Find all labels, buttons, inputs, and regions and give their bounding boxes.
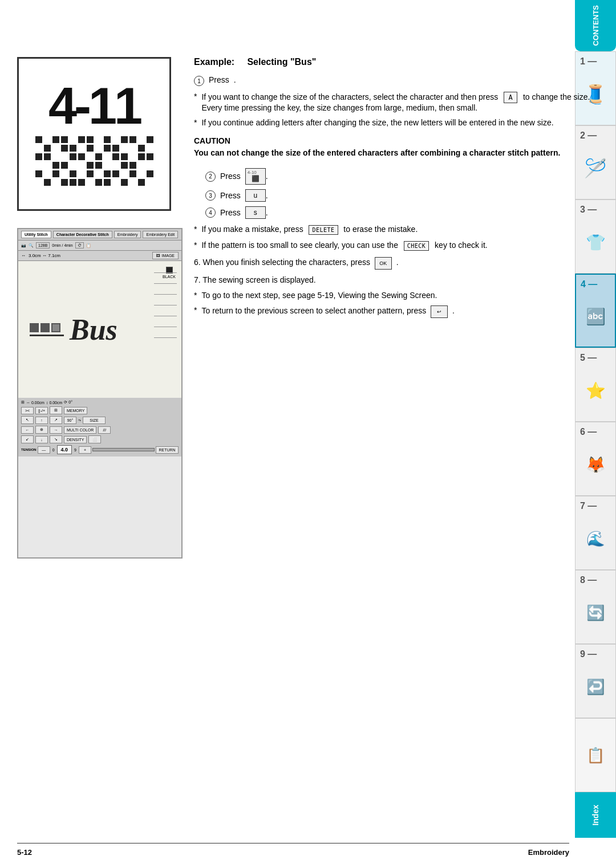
bullet-2-star: * xyxy=(194,118,197,127)
ctrl-row-4: ↙ ↓ ↘ DENSITY ⬜ xyxy=(21,435,179,443)
nav-tab-notes[interactable]: 📋 xyxy=(575,718,616,792)
embroidery-tab[interactable]: Embroidery xyxy=(114,231,141,238)
tab-7-icon: 🌊 xyxy=(586,530,605,548)
tension-value: 4.0 xyxy=(57,445,72,454)
pattern-number: 4-11 xyxy=(48,80,140,132)
screen-icon-2: 🔍 xyxy=(29,243,34,248)
bullet-1-star: * xyxy=(194,92,197,101)
frame-btn[interactable]: ⬜ xyxy=(88,435,101,443)
tab-8-icon: 🔄 xyxy=(586,604,605,622)
notes-icon: 📋 xyxy=(586,747,605,764)
cursor-ur[interactable]: ↗ xyxy=(50,416,62,424)
machine-screen: Utility Stitch Character Decorative Stit… xyxy=(17,228,183,559)
step-7-text: 7. The sewing screen is displayed. xyxy=(194,275,316,284)
angle-display: ⟳ 0° xyxy=(64,400,72,405)
bullet-4-text: If the pattern is too small to see clear… xyxy=(201,241,487,251)
nav-tab-5[interactable]: 5 — ⭐ xyxy=(575,348,616,422)
bullet-2: * If you continue adding letters after c… xyxy=(194,118,610,127)
tension-max: 9 xyxy=(73,448,78,452)
example-label: Example: xyxy=(194,57,234,67)
cursor-dl[interactable]: ↙ xyxy=(21,435,34,443)
tab-9-number: 9 — xyxy=(580,649,597,659)
utility-stitch-tab[interactable]: Utility Stitch xyxy=(21,231,51,238)
size-arrows-icon: ↔ xyxy=(21,253,26,258)
nav-tab-8[interactable]: 8 — 🔄 xyxy=(575,570,616,644)
cursor-right[interactable]: → xyxy=(50,426,62,434)
embroidery-edit-tab[interactable]: Embroidery Edit xyxy=(143,231,178,238)
step-4-key: s xyxy=(245,206,266,219)
bullet-2-text: If you continue adding letters after cha… xyxy=(201,118,553,127)
nav-tab-6[interactable]: 6 — 🦊 xyxy=(575,422,616,496)
count-display: 128B xyxy=(36,242,50,248)
stitch-btn[interactable]: ⊞ xyxy=(50,406,62,414)
nav-tab-contents[interactable]: CONTENTS xyxy=(575,0,616,51)
alignment-dots xyxy=(30,323,64,336)
step-6: 6. When you finish selecting the charact… xyxy=(194,256,610,270)
cursor-down[interactable]: ↓ xyxy=(35,436,48,443)
scale-btn[interactable]: ⊕ xyxy=(35,426,48,434)
index-label: Index xyxy=(591,805,600,826)
tension-title: TENSION xyxy=(21,448,37,451)
minus-plus-btn[interactable]: ||-/+ xyxy=(35,407,48,414)
cursor-up[interactable]: ↑ xyxy=(35,417,48,424)
step-2-end: . xyxy=(266,172,268,181)
step-3: 3 Press u . xyxy=(205,189,610,202)
step-7: 7. The sewing screen is displayed. xyxy=(194,274,610,286)
tension-row: TENSION — 0 4.0 9 + RETURN xyxy=(21,445,179,454)
char-decorative-tab[interactable]: Character Decorative Stitch xyxy=(53,231,112,238)
bullet-5-text: To go to the next step, see page 5-19, V… xyxy=(201,291,437,300)
tension-minus-btn[interactable]: — xyxy=(38,446,50,454)
tab-8-number: 8 — xyxy=(580,575,597,585)
bullet-1: * If you want to change the size of the … xyxy=(194,92,610,112)
step-3-circle: 3 xyxy=(205,190,216,201)
size-ctrl-btn[interactable]: >< xyxy=(21,407,34,414)
cursor-left[interactable]: ← xyxy=(21,426,34,434)
bullet-6-key: ↩ xyxy=(431,305,448,318)
memory-btn[interactable]: MEMORY xyxy=(64,407,87,414)
step-1-label: Press xyxy=(209,75,229,84)
image-button[interactable]: 🖼 IMAGE xyxy=(152,252,179,259)
bullet-5: * To go to the next step, see page 5-19,… xyxy=(194,291,610,300)
footer-section-name: Embroidery xyxy=(528,848,569,857)
screen-time-display: 0min / 4min xyxy=(52,243,72,247)
delete-key: DELETE xyxy=(309,225,338,235)
size-btn[interactable]: SIZE xyxy=(83,417,106,424)
step-4-end: . xyxy=(266,208,268,217)
rotate-btn[interactable]: 90° xyxy=(64,417,76,424)
cursor-dr[interactable]: ↘ xyxy=(50,435,62,443)
step-4: 4 Press s . xyxy=(205,206,610,219)
angle-icon: ↷ xyxy=(78,418,81,422)
bullet-4-star: * xyxy=(194,241,197,250)
density-btn[interactable]: DENSITY xyxy=(64,436,87,443)
step-2-circle: 2 xyxy=(205,172,216,182)
multi-color-btn[interactable]: MULTI COLOR xyxy=(64,426,96,434)
return-btn[interactable]: RETURN xyxy=(156,446,179,454)
cursor-ul[interactable]: ↖ xyxy=(21,416,34,424)
footer-page-number: 5-12 xyxy=(17,848,32,857)
tab-5-number: 5 — xyxy=(580,353,597,363)
screen-main-display: Bus BLACK xyxy=(18,261,181,398)
pattern-icon-btn[interactable]: /// xyxy=(98,426,111,434)
example-subtitle-post: " xyxy=(312,57,317,67)
ctrl-row-2: ↖ ↑ ↗ 90° ↷ SIZE xyxy=(21,416,179,424)
nav-tab-index[interactable]: Index xyxy=(575,792,616,838)
bullet-6-star: * xyxy=(194,305,197,315)
nav-tab-7[interactable]: 7 — 🌊 xyxy=(575,496,616,570)
step-3-label: Press xyxy=(220,191,241,200)
tension-plus-btn[interactable]: + xyxy=(79,446,91,454)
bullet-1-text: If you want to change the size of the ch… xyxy=(201,92,610,112)
screen-timer: ⏱ xyxy=(75,242,84,248)
pattern-number-display: 4-11 xyxy=(19,59,169,209)
screen-bottom-controls: ⊞ ↔ 0.00cm ↕ 0.00cm ⟳ 0° >< ||-/+ ⊞ MEMO… xyxy=(18,398,181,457)
tab-9-icon: ↩️ xyxy=(586,678,605,696)
pattern-display: 4-11 xyxy=(17,57,171,211)
caution-text: You can not change the size of the enter… xyxy=(194,148,610,159)
image-icon: 🖼 xyxy=(156,254,160,258)
size-key-inline: A xyxy=(504,92,517,103)
nav-tab-9[interactable]: 9 — ↩️ xyxy=(575,644,616,718)
tension-slider[interactable] xyxy=(92,448,155,451)
ctrl-row-1: >< ||-/+ ⊞ MEMORY xyxy=(21,406,179,414)
step-2-label: Press xyxy=(220,172,241,181)
size-indicator: ↔ 3.0cm ↔ 7.1cm 🖼 IMAGE xyxy=(18,251,181,261)
example-title: Example: Selecting "Bus" xyxy=(194,57,610,67)
